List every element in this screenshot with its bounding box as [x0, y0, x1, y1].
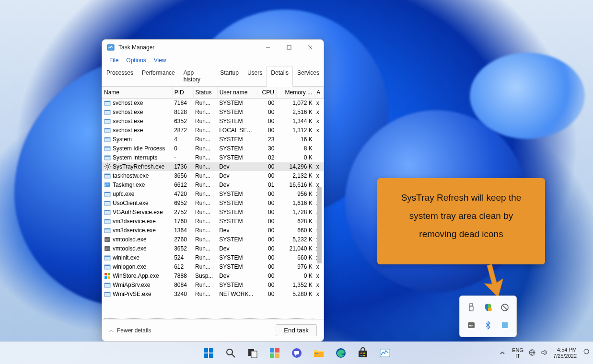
- bluetooth-icon[interactable]: [483, 320, 493, 330]
- cell: 2752: [172, 208, 193, 217]
- notification-center-button[interactable]: [581, 349, 589, 357]
- end-task-button[interactable]: End task: [276, 324, 317, 336]
- table-row[interactable]: taskhostw.exe3656Run...Dev002,132 Kx: [102, 171, 324, 181]
- menu-file[interactable]: File: [106, 56, 122, 65]
- table-row[interactable]: WmiPrvSE.exe3240Run...NETWORK...005.280 …: [102, 290, 324, 299]
- svg-point-19: [106, 165, 109, 168]
- table-row[interactable]: UsoClient.exe6952Run...SYSTEM001,616 Kx: [102, 199, 324, 208]
- search-button[interactable]: [221, 343, 240, 363]
- process-icon: [104, 182, 111, 188]
- cell: 6352: [172, 117, 193, 126]
- cell: SYSTEM: [217, 262, 257, 272]
- cell: 00: [257, 99, 277, 108]
- task-manager-taskbar-button[interactable]: [375, 343, 395, 363]
- tab-users[interactable]: Users: [243, 67, 267, 86]
- cell: Run...: [193, 235, 217, 244]
- vmware-icon[interactable]: vm: [466, 320, 477, 330]
- tab-details[interactable]: Details: [267, 67, 293, 87]
- table-row[interactable]: WmiApSrv.exe8084Run...SYSTEM001,352 Kx: [102, 281, 324, 290]
- column-header-user-name[interactable]: User name: [217, 87, 257, 99]
- table-row[interactable]: Taskmgr.exe6612Run...Dev0116,616 Kx: [102, 181, 324, 190]
- language-indicator[interactable]: ENGIT: [512, 347, 523, 359]
- do-not-disturb-icon[interactable]: [500, 302, 510, 313]
- scrollbar-thumb[interactable]: [317, 187, 322, 263]
- security-shield-icon[interactable]: !: [483, 302, 493, 313]
- svg-rect-83: [360, 353, 362, 354]
- systray-refresh-icon[interactable]: [500, 320, 510, 330]
- network-icon[interactable]: [528, 349, 536, 357]
- table-row[interactable]: vmvmtoolsd.exe2760Run...SYSTEM005,232 Kx: [102, 235, 324, 244]
- cell: 16 K: [276, 135, 314, 144]
- tab-services[interactable]: Services: [293, 67, 324, 86]
- task-view-button[interactable]: [243, 343, 262, 363]
- table-row[interactable]: vm3dservice.exe1760Run...SYSTEM00628 Kx: [102, 217, 324, 226]
- menu-view[interactable]: View: [151, 56, 170, 65]
- table-row[interactable]: vm3dservice.exe1364Run...Dev00660 Kx: [102, 226, 324, 235]
- svg-text:vm: vm: [105, 248, 109, 250]
- table-row[interactable]: svchost.exe8128Run...SYSTEM002,516 Kx: [102, 108, 324, 117]
- cell: 1760: [172, 217, 193, 226]
- table-row[interactable]: System4Run...SYSTEM2316 K: [102, 135, 324, 144]
- file-explorer-button[interactable]: [309, 343, 328, 363]
- cell: 3240: [172, 290, 193, 299]
- column-header-name[interactable]: Name˄: [102, 87, 172, 99]
- cell: 612: [172, 262, 193, 272]
- column-header-cpu[interactable]: CPU: [257, 87, 277, 99]
- cell: SYSTEM: [217, 190, 257, 199]
- table-row[interactable]: upfc.exe4720Run...SYSTEM00956 Kx: [102, 190, 324, 199]
- tab-app-history[interactable]: App history: [179, 67, 216, 86]
- table-row[interactable]: System interrupts-Run...SYSTEM020 K: [102, 153, 324, 162]
- fewer-details-button[interactable]: ︿ Fewer details: [109, 327, 151, 334]
- cell: 8128: [172, 108, 193, 117]
- table-row[interactable]: wininit.exe524Run...SYSTEM00660 Kx: [102, 253, 324, 262]
- cell: Dev: [217, 171, 257, 181]
- tab-startup[interactable]: Startup: [216, 67, 243, 86]
- table-row[interactable]: svchost.exe6352Run...SYSTEM001,344 Kx: [102, 117, 324, 126]
- svg-text:vm: vm: [105, 239, 109, 241]
- tab-processes[interactable]: Processes: [102, 67, 138, 86]
- cell: 956 K: [276, 190, 314, 199]
- cell: Run...: [193, 135, 217, 144]
- table-row[interactable]: vmvmtoolsd.exe3652Run...Dev0021,040 Kx: [102, 244, 324, 253]
- table-row[interactable]: SysTrayRefresh.exe1736Run...Dev0014,296 …: [102, 162, 324, 171]
- vertical-scrollbar[interactable]: [316, 99, 323, 318]
- cell: 1,072 K: [276, 99, 314, 108]
- table-row[interactable]: WinStore.App.exe7888Susp...Dev000 Kx: [102, 272, 324, 281]
- widgets-button[interactable]: [265, 343, 284, 363]
- close-button[interactable]: [300, 40, 321, 55]
- minimize-button[interactable]: [257, 40, 279, 55]
- table-row[interactable]: svchost.exe2872Run...LOCAL SE...001,312 …: [102, 126, 324, 135]
- cell: Run...: [193, 117, 217, 126]
- column-header-a[interactable]: A: [314, 87, 324, 99]
- microsoft-store-button[interactable]: [353, 343, 372, 363]
- chat-button[interactable]: [287, 343, 306, 363]
- menu-options[interactable]: Options: [123, 56, 149, 65]
- svg-rect-77: [275, 353, 279, 358]
- table-row[interactable]: VGAuthService.exe2752Run...SYSTEM001,728…: [102, 208, 324, 217]
- table-row[interactable]: svchost.exe7184Run...SYSTEM001,072 Kx: [102, 99, 324, 108]
- volume-icon[interactable]: [541, 349, 548, 357]
- clock[interactable]: 4:54 PM7/25/2022: [553, 347, 577, 359]
- tab-performance[interactable]: Performance: [138, 67, 179, 86]
- titlebar[interactable]: Task Manager: [102, 40, 324, 55]
- usb-icon[interactable]: [466, 302, 477, 313]
- column-header-status[interactable]: Status: [193, 87, 217, 99]
- table-row[interactable]: winlogon.exe612Run...SYSTEM00976 Kx: [102, 262, 324, 272]
- svg-rect-38: [105, 219, 110, 220]
- cell: 7888: [172, 272, 193, 281]
- cell: Susp...: [193, 272, 217, 281]
- svg-rect-54: [105, 283, 110, 284]
- systray-chevron-button[interactable]: [498, 348, 507, 358]
- cell: 00: [257, 262, 277, 272]
- column-header-pid[interactable]: PID: [172, 87, 193, 99]
- svg-rect-10: [105, 119, 110, 120]
- table-row[interactable]: System Idle Process0Run...SYSTEM308 K: [102, 144, 324, 153]
- process-name: svchost.exe: [113, 109, 143, 115]
- process-name: UsoClient.exe: [113, 200, 149, 206]
- annotation-callout: SysTray Refresh will keep the system tra…: [377, 178, 545, 264]
- edge-button[interactable]: [331, 343, 350, 363]
- process-name: vm3dservice.exe: [113, 227, 156, 234]
- column-header-memory-[interactable]: Memory ...: [276, 87, 314, 99]
- start-button[interactable]: [199, 343, 218, 363]
- maximize-button[interactable]: [279, 40, 300, 55]
